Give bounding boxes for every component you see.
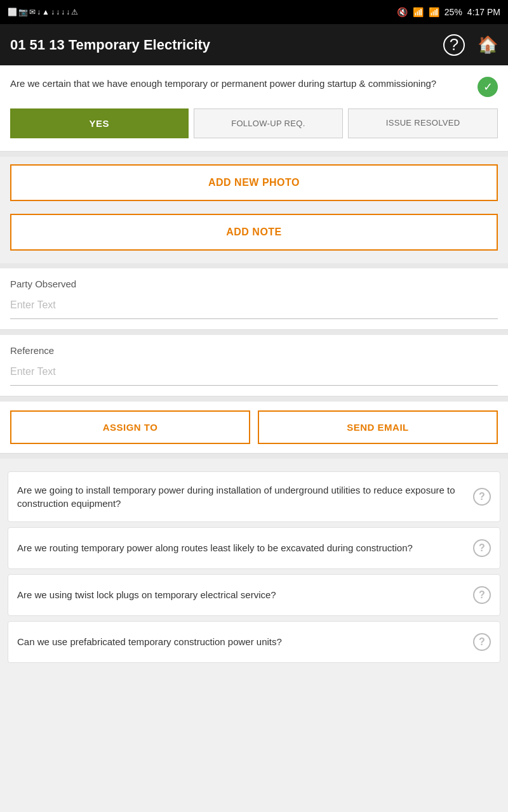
additional-question-3-text: Are we using twist lock plugs on tempora… (17, 588, 473, 601)
list-item[interactable]: Can we use prefabricated temporary const… (8, 621, 500, 663)
list-item[interactable]: Are we using twist lock plugs on tempora… (8, 574, 500, 616)
first-question-section: Are we certain that we have enough tempo… (0, 65, 508, 152)
status-bar: ⬜📷✉↓▲↓↓↓↓⚠ 🔇 📶 📶 25% 4:17 PM (0, 0, 508, 24)
list-item[interactable]: Are we routing temporary power along rou… (8, 527, 500, 569)
battery-text: 25% (444, 7, 462, 17)
reference-section: Reference (0, 335, 508, 396)
page-title: 01 51 13 Temporary Electricity (10, 37, 210, 53)
additional-questions-list: Are we going to install temporary power … (0, 459, 508, 676)
main-content: Are we certain that we have enough tempo… (0, 65, 508, 676)
question-mark-icon-1: ? (473, 488, 491, 506)
divider-4 (0, 396, 508, 402)
reference-input[interactable] (10, 361, 498, 386)
home-icon[interactable]: 🏠 (478, 35, 498, 55)
status-bar-right: 🔇 📶 📶 25% 4:17 PM (397, 7, 500, 17)
bottom-action-row: ASSIGN TO SEND EMAIL (0, 402, 508, 454)
help-icon[interactable]: ? (443, 34, 465, 56)
divider-3 (0, 330, 508, 335)
divider-1 (0, 152, 508, 157)
question-mark-icon-2: ? (473, 539, 491, 557)
yes-button[interactable]: YES (10, 108, 189, 138)
party-observed-section: Party Observed (0, 268, 508, 330)
top-navigation-bar: 01 51 13 Temporary Electricity ? 🏠 (0, 24, 508, 65)
divider-5 (0, 454, 508, 459)
check-icon: ✓ (478, 77, 498, 97)
reference-label: Reference (10, 345, 498, 356)
additional-question-2-text: Are we routing temporary power along rou… (17, 541, 473, 554)
additional-question-4-text: Can we use prefabricated temporary const… (17, 635, 473, 648)
party-observed-label: Party Observed (10, 278, 498, 289)
issue-resolved-button[interactable]: ISSUE RESOLVED (348, 108, 498, 138)
divider-2 (0, 263, 508, 268)
add-note-button[interactable]: ADD NOTE (10, 214, 498, 251)
list-item[interactable]: Are we going to install temporary power … (8, 471, 500, 522)
add-photo-container: ADD NEW PHOTO (0, 157, 508, 214)
top-bar-icons: ? 🏠 (443, 34, 498, 56)
wifi-icon: 📶 (413, 7, 424, 17)
answer-buttons: YES FOLLOW-UP REQ. ISSUE RESOLVED (10, 108, 498, 138)
assign-to-button[interactable]: ASSIGN TO (10, 410, 250, 444)
notification-icons: ⬜📷✉↓▲↓↓↓↓⚠ (8, 8, 79, 16)
followup-button[interactable]: FOLLOW-UP REQ. (194, 108, 344, 138)
add-note-container: ADD NOTE (0, 214, 508, 263)
time-display: 4:17 PM (467, 7, 500, 17)
party-observed-input[interactable] (10, 294, 498, 319)
question-text: Are we certain that we have enough tempo… (10, 77, 478, 90)
status-bar-left: ⬜📷✉↓▲↓↓↓↓⚠ (8, 8, 79, 16)
signal-icon: 📶 (429, 7, 439, 17)
additional-question-1-text: Are we going to install temporary power … (17, 483, 473, 510)
question-mark-icon-4: ? (473, 633, 491, 651)
mute-icon: 🔇 (397, 7, 408, 17)
add-photo-button[interactable]: ADD NEW PHOTO (10, 164, 498, 201)
checkmark-symbol: ✓ (483, 80, 493, 94)
question-mark-icon-3: ? (473, 586, 491, 604)
question-row: Are we certain that we have enough tempo… (10, 77, 498, 97)
send-email-button[interactable]: SEND EMAIL (258, 410, 498, 444)
